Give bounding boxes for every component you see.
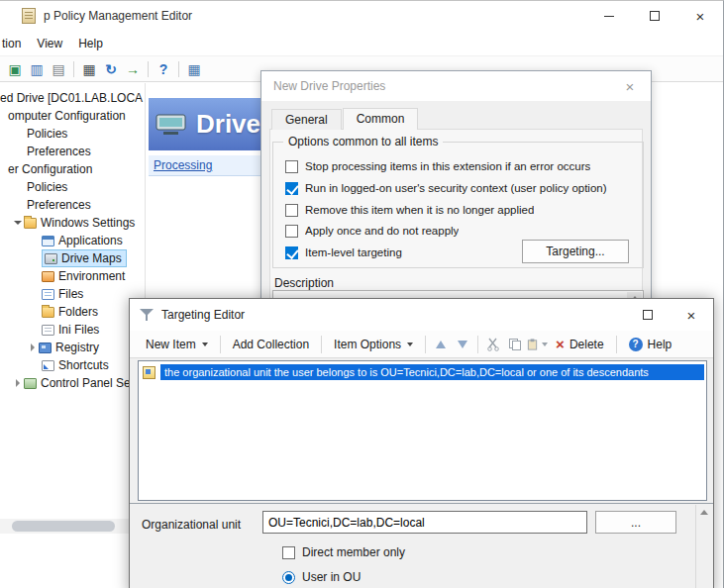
organizational-unit-label: Organizational unit [142, 518, 241, 532]
options-group: Options common to all items Stop process… [272, 142, 644, 268]
item-options-button[interactable]: Item Options [326, 334, 421, 355]
user-in-ou-radio[interactable] [282, 571, 295, 584]
cut-button[interactable] [482, 334, 504, 355]
copy-icon [508, 338, 522, 351]
close-button[interactable]: × [609, 71, 651, 101]
maximize-button[interactable] [626, 299, 670, 331]
organizational-unit-input[interactable] [262, 511, 587, 534]
files-icon [42, 289, 54, 300]
tree-horizontal-scrollbar[interactable] [0, 519, 145, 534]
new-item-button[interactable]: New Item [138, 334, 216, 355]
scissors-icon [486, 338, 500, 351]
scrollbar-thumb[interactable] [12, 521, 115, 532]
option-label: Run in logged-on user's security context… [305, 182, 607, 194]
tree-label: Ini Files [58, 323, 99, 337]
targeting-item-selected[interactable]: the organizational unit the user belongs… [141, 363, 704, 381]
sidebar-item-folders[interactable]: Folders [0, 303, 145, 321]
maximize-icon [643, 310, 653, 320]
registry-icon [39, 343, 52, 353]
drive-maps-icon [45, 253, 57, 264]
add-collection-label: Add Collection [233, 338, 309, 351]
browse-button[interactable]: ... [595, 511, 676, 534]
tab-strip: General Common [271, 108, 419, 130]
sidebar-item-computer-configuration[interactable]: omputer Configuration [0, 107, 145, 125]
tree-label: Applications [58, 234, 123, 247]
sidebar-item-drive-maps[interactable]: Drive Maps [0, 249, 145, 267]
tree-label: Shortcuts [58, 358, 109, 372]
tree-label: Preferences [27, 145, 91, 158]
sidebar-item-applications[interactable]: Applications [0, 232, 145, 249]
tree-label: Drive Maps [61, 251, 122, 265]
move-up-button[interactable] [430, 334, 452, 355]
toolbar-separator [73, 61, 74, 77]
option-label: Item-level targeting [305, 246, 402, 258]
option-row: Item-level targeting [285, 245, 483, 260]
stop-processing-checkbox[interactable] [285, 160, 298, 173]
sidebar-item-registry[interactable]: Registry [0, 339, 145, 356]
add-collection-button[interactable]: Add Collection [225, 334, 317, 355]
sidebar-item-windows-settings[interactable]: Windows Settings [0, 214, 145, 232]
sidebar-item-policies[interactable]: Policies [0, 125, 145, 143]
option-row: Stop processing items in this extension … [285, 158, 635, 174]
maximize-button[interactable] [632, 1, 677, 31]
move-down-button[interactable] [452, 334, 473, 355]
copy-button[interactable] [504, 334, 526, 355]
apply-once-checkbox[interactable] [285, 225, 298, 238]
sidebar-item-shortcuts[interactable]: Shortcuts [0, 356, 145, 374]
item-level-targeting-checkbox[interactable] [285, 246, 298, 259]
tree-label: Policies [27, 127, 67, 141]
tree-label: Files [58, 287, 83, 301]
help-button[interactable]: ? Help [621, 334, 680, 355]
targeting-button[interactable]: Targeting... [522, 240, 629, 263]
new-item-label: New Item [146, 338, 196, 351]
direct-member-checkbox[interactable] [282, 546, 295, 559]
close-icon: × [626, 78, 635, 95]
sidebar-item-environment[interactable]: Environment [0, 267, 145, 285]
refresh-icon[interactable]: ↻ [100, 58, 122, 79]
close-button[interactable]: × [670, 299, 713, 331]
close-button[interactable]: × [677, 1, 723, 31]
arrow-down-icon [458, 341, 467, 348]
sidebar-item-preferences-user[interactable]: Preferences [0, 196, 145, 214]
printer-icon[interactable]: ▦ [78, 58, 100, 79]
tree-label: Windows Settings [41, 216, 135, 230]
remove-when-not-applied-checkbox[interactable] [285, 204, 298, 217]
menu-view[interactable]: View [29, 37, 70, 50]
chevron-expanded-icon[interactable] [12, 221, 24, 225]
ou-condition-icon [143, 366, 155, 379]
targeting-items-list[interactable]: the organizational unit the user belongs… [138, 360, 707, 501]
processing-link[interactable]: Processing [154, 158, 212, 172]
arrow-up-icon [436, 341, 446, 348]
sidebar-item-control-panel-settings[interactable]: Control Panel Sett [0, 374, 145, 392]
console-window-icon[interactable]: ▣ [4, 58, 26, 79]
sidebar-item-user-configuration[interactable]: er Configuration [0, 160, 145, 178]
sidebar-item-files[interactable]: Files [0, 285, 145, 303]
delete-label: Delete [569, 338, 604, 351]
sidebar-item-policies-user[interactable]: Policies [0, 178, 145, 196]
clipboard-icon[interactable]: ▤ [48, 58, 69, 79]
chevron-collapsed-icon[interactable] [12, 379, 24, 387]
maximize-icon [650, 11, 660, 21]
menu-help[interactable]: Help [70, 37, 111, 50]
panel-vertical-scrollbar[interactable] [695, 505, 711, 588]
tab-common[interactable]: Common [343, 108, 419, 130]
sidebar-item-mapped-drive-root[interactable]: ed Drive [DC01.LAB.LOCA [0, 89, 145, 107]
export-list-icon[interactable]: → [122, 58, 144, 79]
window-controls: × [586, 1, 723, 31]
user-in-ou-row: User in OU [282, 570, 361, 584]
table-view-icon[interactable]: ▦ [183, 58, 205, 79]
tab-general[interactable]: General [271, 109, 342, 130]
chevron-collapsed-icon[interactable] [27, 343, 39, 351]
run-in-user-context-checkbox[interactable] [285, 182, 298, 195]
option-label: Stop processing items in this extension … [305, 160, 590, 172]
sidebar-item-preferences[interactable]: Preferences [0, 143, 145, 160]
delete-button[interactable]: × Delete [548, 334, 611, 355]
sidebar-item-ini-files[interactable]: Ini Files [0, 321, 145, 339]
show-console-tree-icon[interactable]: ▥ [26, 58, 48, 79]
paste-icon [526, 338, 539, 351]
menu-action[interactable]: tion [0, 37, 29, 50]
paste-button[interactable] [526, 334, 548, 355]
chevron-down-icon [407, 343, 413, 346]
help-icon[interactable]: ? [153, 58, 174, 79]
minimize-button[interactable] [586, 1, 632, 31]
